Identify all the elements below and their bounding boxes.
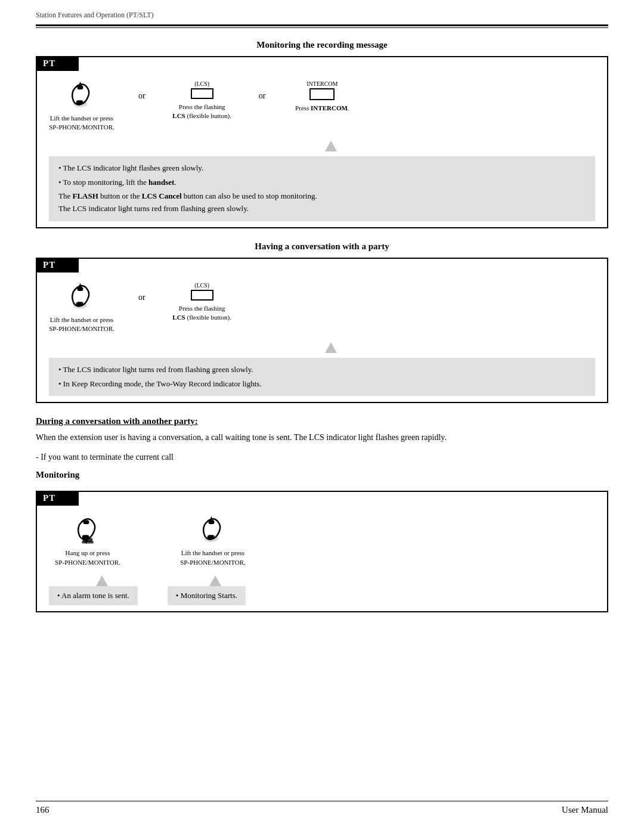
bottom-step-row: Hang up or press SP-PHONE/MONITOR. xyxy=(49,515,595,567)
lcs-button-1 xyxy=(191,88,213,99)
lcs-button-icon-1: (LCS) xyxy=(191,80,213,99)
header-rule-thick xyxy=(36,24,608,26)
step-lift: Lift the handset or press SP-PHONE/MONIT… xyxy=(174,515,252,567)
section2-title: Having a conversation with a party xyxy=(36,241,608,252)
arrow-up-2 xyxy=(325,342,337,353)
note-box-left: • An alarm tone is sent. xyxy=(49,586,138,605)
header-text: Station Features and Operation (PT/SLT) xyxy=(36,11,154,19)
handset-up-icon-1 xyxy=(67,80,97,110)
step-text-handset-1: Lift the handset or press SP-PHONE/MONIT… xyxy=(49,114,114,132)
step-text-handset-2: Lift the handset or press SP-PHONE/MONIT… xyxy=(49,315,114,334)
step-text-hangup: Hang up or press SP-PHONE/MONITOR. xyxy=(55,549,120,567)
during-body2: - If you want to terminate the current c… xyxy=(36,451,608,464)
arrow-up-left xyxy=(96,575,108,586)
step-text-lcs-1: Press the flashing LCS (flexible button)… xyxy=(172,103,231,121)
or-2a: or xyxy=(138,293,145,302)
step-handset-up-1: Lift the handset or press SP-PHONE/MONIT… xyxy=(49,80,114,132)
step-lcs-1: (LCS) Press the flashing LCS (flexible b… xyxy=(169,80,235,121)
svg-rect-18 xyxy=(208,535,215,539)
svg-rect-2 xyxy=(76,100,83,104)
or-1b: or xyxy=(259,91,266,101)
bottom-notes-row: • An alarm tone is sent. • Monitoring St… xyxy=(49,575,595,605)
pt-box-2: PT xyxy=(36,258,608,403)
lcs-button-icon-2: (LCS) xyxy=(191,282,213,301)
pt-label-2: PT xyxy=(37,259,79,272)
note-line-2: • To stop monitoring, lift the handset. xyxy=(58,176,586,189)
intercom-button-1 xyxy=(309,88,335,100)
page-number: 166 xyxy=(36,805,49,815)
during-title: During a conversation with another party… xyxy=(36,416,608,426)
note-left-wrapper: • An alarm tone is sent. xyxy=(49,575,138,605)
step-handset-up-2: Lift the handset or press SP-PHONE/MONIT… xyxy=(49,282,114,334)
note-box-1: • The LCS indicator light flashes green … xyxy=(49,156,595,221)
step-row-1: Lift the handset or press SP-PHONE/MONIT… xyxy=(49,80,595,132)
pt-label-3: PT xyxy=(37,492,79,506)
note-box-right: • Monitoring Starts. xyxy=(168,586,246,605)
page-header: Station Features and Operation (PT/SLT) xyxy=(0,0,644,24)
note-line-2b: • In Keep Recording mode, the Two-Way Re… xyxy=(58,378,586,391)
step-text-lcs-2: Press the flashing LCS (flexible button)… xyxy=(172,304,231,323)
note-wrapper-2: • The LCS indicator light turns red from… xyxy=(49,342,595,397)
manual-label: User Manual xyxy=(562,805,608,815)
handset-up-icon-3 xyxy=(198,515,228,545)
pt-box-3: PT xyxy=(36,491,608,612)
step-hangup: Hang up or press SP-PHONE/MONITOR. xyxy=(49,515,126,567)
section1-title: Monitoring the recording message xyxy=(36,40,608,50)
or-1a: or xyxy=(138,91,145,101)
note-box-2: • The LCS indicator light turns red from… xyxy=(49,358,595,397)
svg-rect-9 xyxy=(79,288,81,291)
note-right-wrapper: • Monitoring Starts. xyxy=(168,575,246,605)
step-intercom-1: INTERCOM Press INTERCOM. xyxy=(289,80,355,113)
svg-rect-7 xyxy=(76,302,83,306)
handset-up-icon-2 xyxy=(67,282,97,312)
lcs-button-2 xyxy=(191,290,213,301)
during-body1: When the extension user is having a conv… xyxy=(36,431,608,444)
svg-rect-10 xyxy=(83,520,89,524)
page-content: Monitoring the recording message PT xyxy=(0,28,644,637)
note-line-1: • The LCS indicator light flashes green … xyxy=(58,162,586,175)
arrow-up-right xyxy=(209,575,221,586)
step-row-2: Lift the handset or press SP-PHONE/MONIT… xyxy=(49,282,595,334)
step-text-intercom-1: Press INTERCOM. xyxy=(295,104,349,113)
step-text-lift: Lift the handset or press SP-PHONE/MONIT… xyxy=(180,549,246,567)
step-lcs-2: (LCS) Press the flashing LCS (flexible b… xyxy=(169,282,235,323)
during-section: During a conversation with another party… xyxy=(36,416,608,480)
pt-inner-2: Lift the handset or press SP-PHONE/MONIT… xyxy=(37,272,607,402)
page-footer: 166 User Manual xyxy=(36,801,608,815)
pt-inner-3: Hang up or press SP-PHONE/MONITOR. xyxy=(37,506,607,611)
intercom-button-icon-1: INTERCOM xyxy=(306,80,338,100)
svg-rect-4 xyxy=(79,86,81,89)
pt-label-1: PT xyxy=(37,57,79,71)
note-wrapper-1: • The LCS indicator light flashes green … xyxy=(49,141,595,221)
hangup-icon xyxy=(73,515,103,545)
svg-rect-15 xyxy=(82,541,94,543)
arrow-up-1 xyxy=(325,141,337,151)
note-line-3: The FLASH button or the LCS Cancel butto… xyxy=(58,190,586,215)
pt-box-1: PT xyxy=(36,56,608,228)
pt-inner-1: Lift the handset or press SP-PHONE/MONIT… xyxy=(37,71,607,227)
svg-rect-20 xyxy=(210,521,212,524)
monitoring-label: Monitoring xyxy=(36,470,608,480)
note-line-2a: • The LCS indicator light turns red from… xyxy=(58,364,586,376)
